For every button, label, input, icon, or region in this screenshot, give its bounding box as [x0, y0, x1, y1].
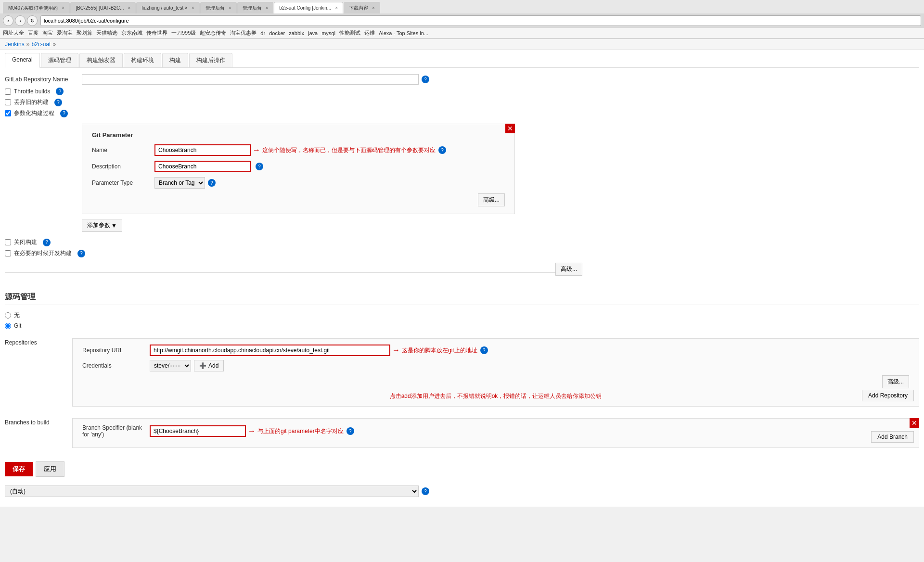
help-repo-url-icon[interactable]: ? — [480, 346, 488, 354]
bookmark-perf[interactable]: 性能测试 — [339, 29, 360, 37]
name-row: Name → 这俩个随便写，名称而已，但是要与下面源码管理的有个参数要对应 ? — [92, 144, 505, 156]
discard-label: 丢弃旧的构建 — [14, 98, 49, 106]
address-bar[interactable] — [40, 15, 921, 26]
none-radio-row: 无 — [5, 310, 919, 321]
browser-toolbar: ‹ › ↻ — [0, 13, 924, 28]
parametrize-checkbox[interactable] — [5, 110, 11, 116]
tab-download[interactable]: 下载内容 × — [344, 2, 380, 13]
repo-url-row: Repository URL → 这是你的脚本放在git上的地址 ? — [82, 345, 909, 356]
git-radio[interactable] — [5, 323, 11, 329]
credentials-row: Credentials steve/······· ➕ Add — [82, 360, 909, 371]
tab-admin1[interactable]: 管理后台 × — [200, 2, 237, 13]
refresh-button[interactable]: ↻ — [27, 15, 38, 26]
bookmark-ydao[interactable]: 一刀999级 — [171, 29, 196, 37]
tab-b2c-uat[interactable]: b2c-uat Config [Jenkin... × — [274, 2, 343, 13]
help-auto-icon[interactable]: ? — [422, 487, 429, 495]
tab-build[interactable]: 构建 — [162, 53, 188, 67]
advanced-button[interactable]: 高级... — [478, 193, 505, 206]
tab-build-trigger[interactable]: 构建触发器 — [79, 53, 123, 67]
tab-liuzhong[interactable]: liuzhong / auto_test × × — [136, 2, 199, 13]
description-input[interactable] — [154, 161, 251, 172]
breadcrumb-jenkins[interactable]: Jenkins — [5, 41, 25, 48]
throttle-checkbox[interactable] — [5, 89, 11, 95]
branch-delete-button[interactable]: ✕ — [910, 418, 919, 428]
tab-m0407[interactable]: M0407:买取订单使用的 × — [3, 2, 70, 13]
tab-build-env[interactable]: 构建环境 — [124, 53, 161, 67]
general-advanced-button[interactable]: 高级... — [555, 263, 582, 276]
discard-checkbox[interactable] — [5, 99, 11, 105]
name-input[interactable] — [154, 144, 251, 156]
git-param-delete-button[interactable]: ✕ — [505, 124, 515, 133]
chevron-down-icon: ▼ — [111, 222, 117, 229]
add-param-button[interactable]: 添加参数 ▼ — [82, 219, 122, 232]
bookmark-taobao[interactable]: 淘宝 — [42, 29, 53, 37]
tab-bc2555[interactable]: [BC-2555] [UAT-B2C... × — [70, 2, 136, 13]
close-icon[interactable]: × — [335, 5, 338, 11]
auto-select[interactable]: (自动) — [5, 485, 419, 497]
close-icon[interactable]: × — [192, 5, 194, 11]
help-parametrize-icon[interactable]: ? — [60, 110, 68, 117]
tab-label: 管理后台 — [205, 5, 225, 12]
bookmark-alexa[interactable]: Alexa - Top Sites in... — [379, 30, 428, 36]
tab-label: 管理后台 — [243, 5, 262, 12]
help-param-type-icon[interactable]: ? — [208, 179, 216, 187]
bookmark-dr[interactable]: dr — [260, 30, 265, 36]
close-build-checkbox[interactable] — [5, 239, 11, 245]
help-branch-icon[interactable]: ? — [346, 427, 354, 435]
none-radio[interactable] — [5, 312, 11, 319]
close-icon[interactable]: × — [372, 5, 375, 11]
bookmark-java[interactable]: java — [308, 30, 318, 36]
git-label: Git — [14, 322, 21, 329]
bookmark-chao[interactable]: 超安态传奇 — [200, 29, 226, 37]
repo-url-input[interactable] — [150, 345, 390, 356]
add-repository-button[interactable]: Add Repository — [862, 390, 914, 401]
bookmark-chuanqi[interactable]: 传奇世界 — [146, 29, 167, 37]
forward-button[interactable]: › — [15, 15, 26, 26]
help-gitlab-icon[interactable]: ? — [422, 76, 429, 83]
description-label: Description — [92, 163, 154, 170]
help-description-icon[interactable]: ? — [256, 163, 263, 170]
bookmark-zabbix[interactable]: zabbix — [289, 30, 304, 36]
tab-source[interactable]: 源码管理 — [41, 53, 78, 67]
close-icon[interactable]: × — [62, 5, 64, 11]
help-name-icon[interactable]: ? — [438, 146, 446, 154]
bookmark-wangzhidaquan[interactable]: 网址大全 — [3, 29, 24, 37]
close-icon[interactable]: × — [266, 5, 269, 11]
branch-specifier-input[interactable] — [150, 425, 246, 437]
credentials-select[interactable]: steve/······· — [150, 360, 191, 371]
tab-admin2[interactable]: 管理后台 × — [237, 2, 274, 13]
bookmark-baidu[interactable]: 百度 — [28, 29, 38, 37]
repo-advanced-row: 高级... — [82, 375, 909, 388]
bookmark-yunwei[interactable]: 运维 — [364, 29, 375, 37]
bookmark-tianmao[interactable]: 天猫精选 — [96, 29, 117, 37]
back-button[interactable]: ‹ — [3, 15, 13, 26]
bookmark-docker[interactable]: docker — [269, 30, 285, 36]
add-branch-button[interactable]: Add Branch — [871, 431, 914, 443]
repo-advanced-button[interactable]: 高级... — [882, 375, 909, 388]
bookmark-youhui[interactable]: 淘宝优惠券 — [230, 29, 257, 37]
help-discard-icon[interactable]: ? — [54, 99, 62, 106]
tab-label: b2c-uat Config [Jenkin... — [279, 5, 331, 11]
jenkins-header: Jenkins » b2c-uat » — [0, 39, 924, 50]
config-tabs: General 源码管理 构建触发器 构建环境 构建 构建后操作 — [5, 50, 919, 68]
branch-annotation: 与上面的git parameter中名字对应 — [257, 427, 344, 435]
bookmark-aitaobao[interactable]: 爱淘宝 — [57, 29, 73, 37]
bookmark-jdnc[interactable]: 京东南城 — [121, 29, 142, 37]
help-necessary-build-icon[interactable]: ? — [77, 250, 85, 257]
apply-button[interactable]: 应用 — [36, 461, 64, 477]
add-credentials-button[interactable]: ➕ Add — [194, 360, 224, 371]
bookmark-mysql[interactable]: mysql — [321, 30, 335, 36]
tab-post-build[interactable]: 构建后操作 — [189, 53, 232, 67]
bookmark-juhua[interactable]: 聚划算 — [77, 29, 92, 37]
close-icon[interactable]: × — [229, 5, 231, 11]
necessary-build-checkbox[interactable] — [5, 250, 11, 256]
close-icon[interactable]: × — [128, 5, 131, 11]
breadcrumb-project[interactable]: b2c-uat — [31, 41, 51, 48]
param-type-select[interactable]: Branch Tag Branch or Tag Revision — [154, 177, 205, 189]
help-throttle-icon[interactable]: ? — [56, 88, 64, 95]
tab-general[interactable]: General — [5, 53, 40, 68]
gitlab-repo-input[interactable] — [82, 74, 419, 85]
help-close-build-icon[interactable]: ? — [43, 239, 51, 246]
general-section: GitLab Repository Name ? Throttle builds… — [5, 68, 919, 268]
save-button[interactable]: 保存 — [5, 462, 33, 476]
